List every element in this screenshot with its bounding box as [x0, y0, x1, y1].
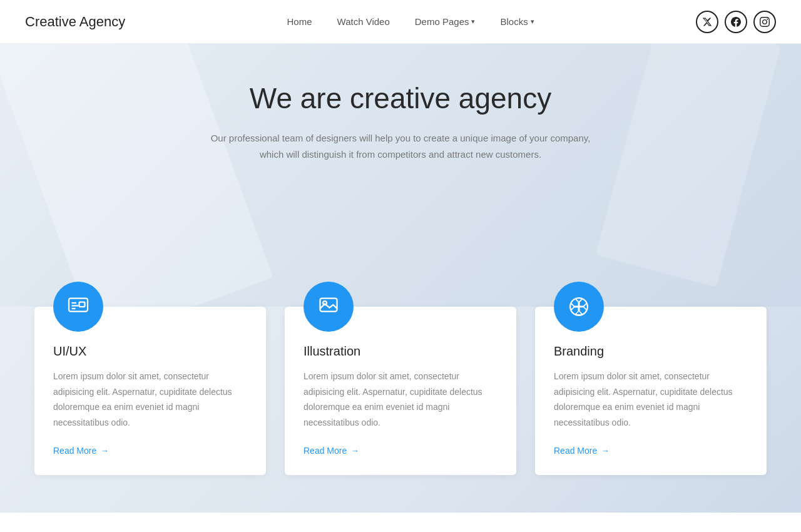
card-uiux-readmore[interactable]: Read More → — [53, 446, 109, 456]
about-section: About Us Lorem ipsum dolor sit amet, con… — [0, 513, 801, 532]
card-uiux: UI/UX Lorem ipsum dolor sit amet, consec… — [34, 307, 266, 475]
social-links — [696, 11, 776, 33]
card-branding-text: Lorem ipsum dolor sit amet, consectetur … — [554, 369, 748, 430]
card-branding-readmore[interactable]: Read More → — [554, 446, 610, 456]
arrow-right-icon: → — [350, 446, 359, 456]
arrow-right-icon: → — [100, 446, 109, 456]
nav-links: Home Watch Video Demo Pages ▾ Blocks ▾ — [287, 16, 534, 27]
hero-title: We are creative agency — [25, 81, 776, 115]
illustration-icon-wrap — [304, 282, 354, 332]
hero-subtitle: Our professional team of designers will … — [207, 130, 594, 162]
card-illustration-title: Illustration — [304, 344, 497, 359]
card-uiux-text: Lorem ipsum dolor sit amet, consectetur … — [53, 369, 247, 430]
illustration-icon — [317, 295, 340, 318]
branding-icon-wrap — [554, 282, 604, 332]
nav-demo-pages[interactable]: Demo Pages ▾ — [415, 16, 476, 27]
cards-section: UI/UX Lorem ipsum dolor sit amet, consec… — [0, 307, 801, 513]
svg-rect-5 — [320, 299, 337, 312]
hero-section: We are creative agency Our professional … — [0, 44, 801, 307]
chevron-down-icon: ▾ — [471, 18, 475, 26]
ui-icon — [67, 295, 89, 318]
instagram-icon[interactable] — [753, 11, 776, 33]
card-illustration-readmore[interactable]: Read More → — [304, 446, 359, 456]
facebook-icon[interactable] — [725, 11, 747, 33]
nav-home[interactable]: Home — [287, 16, 312, 27]
nav-blocks[interactable]: Blocks ▾ — [500, 16, 534, 27]
navbar: Creative Agency Home Watch Video Demo Pa… — [0, 0, 801, 44]
twitter-icon[interactable] — [696, 11, 718, 33]
card-branding-title: Branding — [554, 344, 748, 359]
branding-icon — [568, 295, 590, 318]
svg-rect-4 — [79, 302, 85, 307]
cards-grid: UI/UX Lorem ipsum dolor sit amet, consec… — [34, 307, 767, 475]
brand-logo[interactable]: Creative Agency — [25, 14, 125, 30]
card-uiux-title: UI/UX — [53, 344, 247, 359]
uiux-icon-wrap — [53, 282, 103, 332]
chevron-down-icon: ▾ — [531, 18, 534, 26]
card-branding: Branding Lorem ipsum dolor sit amet, con… — [535, 307, 767, 475]
card-illustration: Illustration Lorem ipsum dolor sit amet,… — [285, 307, 516, 475]
arrow-right-icon: → — [601, 446, 610, 456]
nav-watch-video[interactable]: Watch Video — [337, 16, 390, 27]
card-illustration-text: Lorem ipsum dolor sit amet, consectetur … — [304, 369, 497, 430]
